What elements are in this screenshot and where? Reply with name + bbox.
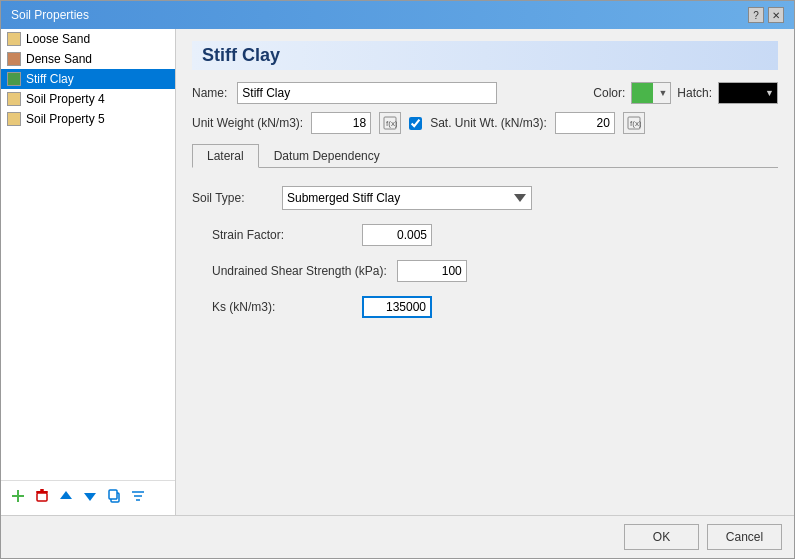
tab-datum[interactable]: Datum Dependency xyxy=(259,144,395,167)
unit-weight-row: Unit Weight (kN/m3): f(x) Sat. Unit Wt. … xyxy=(192,112,778,134)
unit-weight-input[interactable] xyxy=(311,112,371,134)
color-section: Color: ▼ Hatch: ▼ xyxy=(593,82,778,104)
soil-type-wrapper: Submerged Stiff ClayStiff ClaySoft ClayS… xyxy=(282,186,532,210)
move-down-button[interactable] xyxy=(79,485,101,507)
close-button[interactable]: ✕ xyxy=(768,7,784,23)
name-row: Name: Color: ▼ Hatch: ▼ xyxy=(192,82,778,104)
undrained-shear-input[interactable] xyxy=(397,260,467,282)
copy-soil-button[interactable] xyxy=(103,485,125,507)
sidebar-item-soil-property-4[interactable]: Soil Property 4 xyxy=(1,89,175,109)
sidebar-item-stiff-clay[interactable]: Stiff Clay xyxy=(1,69,175,89)
name-label: Name: xyxy=(192,86,227,100)
ks-label: Ks (kN/m3): xyxy=(212,300,352,314)
svg-text:f(x): f(x) xyxy=(386,119,397,128)
undrained-shear-label: Undrained Shear Strength (kPa): xyxy=(212,264,387,278)
dialog-footer: OK Cancel xyxy=(1,515,794,558)
sidebar-item-label: Soil Property 5 xyxy=(26,112,105,126)
soil-color-icon xyxy=(7,92,21,106)
ks-input[interactable] xyxy=(362,296,432,318)
soil-color-icon xyxy=(7,32,21,46)
svg-marker-6 xyxy=(84,493,96,501)
color-picker-button[interactable]: ▼ xyxy=(631,82,671,104)
dialog-content: Loose SandDense SandStiff ClaySoil Prope… xyxy=(1,29,794,515)
sidebar-toolbar xyxy=(1,480,175,511)
tabs: Lateral Datum Dependency xyxy=(192,144,778,168)
strain-factor-row: Strain Factor: xyxy=(192,224,778,246)
name-input[interactable] xyxy=(237,82,497,104)
sat-checkbox[interactable] xyxy=(409,117,422,130)
title-bar: Soil Properties ? ✕ xyxy=(1,1,794,29)
soil-type-select[interactable]: Submerged Stiff ClayStiff ClaySoft ClayS… xyxy=(282,186,532,210)
filter-button[interactable] xyxy=(127,485,149,507)
svg-rect-4 xyxy=(40,489,44,491)
color-label: Color: xyxy=(593,86,625,100)
strain-factor-input[interactable] xyxy=(362,224,432,246)
soil-type-label: Soil Type: xyxy=(192,191,272,205)
add-soil-button[interactable] xyxy=(7,485,29,507)
sidebar-item-loose-sand[interactable]: Loose Sand xyxy=(1,29,175,49)
tab-content-lateral: Soil Type: Submerged Stiff ClayStiff Cla… xyxy=(192,182,778,336)
svg-text:f(x): f(x) xyxy=(630,119,641,128)
panel-title: Stiff Clay xyxy=(192,41,778,70)
unit-weight-label: Unit Weight (kN/m3): xyxy=(192,116,303,130)
tab-lateral[interactable]: Lateral xyxy=(192,144,259,168)
sat-unit-wt-label: Sat. Unit Wt. (kN/m3): xyxy=(430,116,547,130)
soil-properties-dialog: Soil Properties ? ✕ Loose SandDense Sand… xyxy=(0,0,795,559)
unit-weight-calc-button[interactable]: f(x) xyxy=(379,112,401,134)
svg-rect-1 xyxy=(12,495,24,497)
help-button[interactable]: ? xyxy=(748,7,764,23)
hatch-swatch xyxy=(719,83,760,103)
sidebar-item-label: Dense Sand xyxy=(26,52,92,66)
sidebar-item-label: Loose Sand xyxy=(26,32,90,46)
hatch-picker-button[interactable]: ▼ xyxy=(718,82,778,104)
soil-list: Loose SandDense SandStiff ClaySoil Prope… xyxy=(1,29,175,480)
sidebar-item-soil-property-5[interactable]: Soil Property 5 xyxy=(1,109,175,129)
undrained-shear-row: Undrained Shear Strength (kPa): xyxy=(192,260,778,282)
sat-calc-button[interactable]: f(x) xyxy=(623,112,645,134)
sidebar: Loose SandDense SandStiff ClaySoil Prope… xyxy=(1,29,176,515)
svg-rect-2 xyxy=(37,493,47,501)
delete-soil-button[interactable] xyxy=(31,485,53,507)
svg-rect-8 xyxy=(109,490,117,499)
soil-color-icon xyxy=(7,112,21,126)
soil-color-icon xyxy=(7,72,21,86)
color-dropdown-arrow: ▼ xyxy=(655,88,670,98)
svg-rect-3 xyxy=(36,491,48,493)
sidebar-item-dense-sand[interactable]: Dense Sand xyxy=(1,49,175,69)
soil-type-row: Soil Type: Submerged Stiff ClayStiff Cla… xyxy=(192,186,778,210)
move-up-button[interactable] xyxy=(55,485,77,507)
ok-button[interactable]: OK xyxy=(624,524,699,550)
sat-unit-wt-input[interactable] xyxy=(555,112,615,134)
main-panel: Stiff Clay Name: Color: ▼ Hatch: ▼ xyxy=(176,29,794,515)
sidebar-item-label: Stiff Clay xyxy=(26,72,74,86)
dialog-title: Soil Properties xyxy=(11,8,89,22)
sidebar-item-label: Soil Property 4 xyxy=(26,92,105,106)
ks-row: Ks (kN/m3): xyxy=(192,296,778,318)
hatch-label: Hatch: xyxy=(677,86,712,100)
strain-factor-label: Strain Factor: xyxy=(212,228,352,242)
title-bar-controls: ? ✕ xyxy=(748,7,784,23)
soil-color-icon xyxy=(7,52,21,66)
cancel-button[interactable]: Cancel xyxy=(707,524,782,550)
hatch-dropdown-arrow: ▼ xyxy=(762,88,777,98)
svg-marker-5 xyxy=(60,491,72,499)
